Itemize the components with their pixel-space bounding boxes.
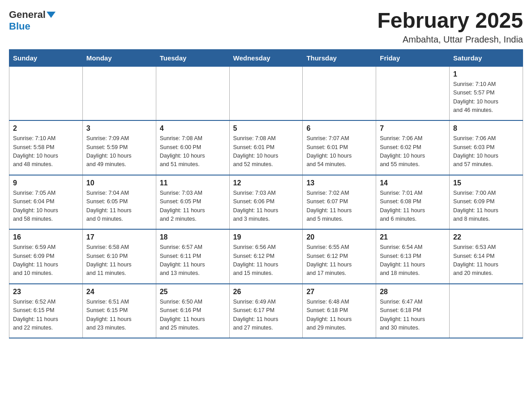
- calendar-cell: 27Sunrise: 6:48 AM Sunset: 6:18 PM Dayli…: [303, 284, 376, 338]
- calendar-header-row: SundayMondayTuesdayWednesdayThursdayFrid…: [9, 49, 523, 66]
- page-header: General Blue February 2025 Ambahta, Utta…: [9, 9, 523, 45]
- day-number: 6: [306, 124, 372, 133]
- day-info: Sunrise: 6:51 AM Sunset: 6:15 PM Dayligh…: [86, 298, 152, 333]
- day-info: Sunrise: 7:03 AM Sunset: 6:05 PM Dayligh…: [160, 189, 226, 224]
- day-number: 26: [233, 288, 299, 296]
- day-number: 24: [86, 288, 152, 296]
- day-number: 21: [380, 233, 446, 241]
- weekday-header-friday: Friday: [376, 49, 450, 66]
- day-number: 7: [380, 124, 446, 133]
- day-info: Sunrise: 6:59 AM Sunset: 6:09 PM Dayligh…: [13, 243, 79, 278]
- day-number: 9: [13, 179, 79, 187]
- calendar-cell: [376, 66, 450, 120]
- calendar-cell: 16Sunrise: 6:59 AM Sunset: 6:09 PM Dayli…: [9, 229, 83, 284]
- day-info: Sunrise: 6:57 AM Sunset: 6:11 PM Dayligh…: [160, 243, 226, 278]
- day-number: 17: [86, 233, 152, 241]
- day-number: 4: [160, 124, 226, 133]
- calendar-cell: 19Sunrise: 6:56 AM Sunset: 6:12 PM Dayli…: [229, 229, 303, 284]
- calendar-cell: 13Sunrise: 7:02 AM Sunset: 6:07 PM Dayli…: [303, 175, 376, 230]
- day-info: Sunrise: 7:09 AM Sunset: 5:59 PM Dayligh…: [86, 134, 152, 169]
- calendar-cell: 22Sunrise: 6:53 AM Sunset: 6:14 PM Dayli…: [450, 229, 523, 284]
- day-info: Sunrise: 7:02 AM Sunset: 6:07 PM Dayligh…: [306, 189, 372, 224]
- calendar-cell: 26Sunrise: 6:49 AM Sunset: 6:17 PM Dayli…: [229, 284, 303, 338]
- month-title: February 2025: [377, 9, 523, 33]
- calendar-cell: 20Sunrise: 6:55 AM Sunset: 6:12 PM Dayli…: [303, 229, 376, 284]
- day-number: 28: [380, 288, 446, 296]
- calendar-cell: 18Sunrise: 6:57 AM Sunset: 6:11 PM Dayli…: [156, 229, 229, 284]
- day-info: Sunrise: 6:54 AM Sunset: 6:13 PM Dayligh…: [380, 243, 446, 278]
- day-info: Sunrise: 7:03 AM Sunset: 6:06 PM Dayligh…: [233, 189, 299, 224]
- calendar-cell: [229, 66, 303, 120]
- day-info: Sunrise: 6:50 AM Sunset: 6:16 PM Dayligh…: [160, 298, 226, 333]
- day-info: Sunrise: 7:01 AM Sunset: 6:08 PM Dayligh…: [380, 189, 446, 224]
- calendar-cell: 7Sunrise: 7:06 AM Sunset: 6:02 PM Daylig…: [376, 120, 450, 175]
- day-number: 2: [13, 124, 79, 133]
- calendar-cell: [156, 66, 229, 120]
- weekday-header-wednesday: Wednesday: [229, 49, 303, 66]
- title-block: February 2025 Ambahta, Uttar Pradesh, In…: [377, 9, 523, 45]
- day-info: Sunrise: 7:08 AM Sunset: 6:00 PM Dayligh…: [160, 134, 226, 169]
- weekday-header-thursday: Thursday: [303, 49, 376, 66]
- day-number: 13: [306, 179, 372, 187]
- day-info: Sunrise: 7:05 AM Sunset: 6:04 PM Dayligh…: [13, 189, 79, 224]
- calendar-week-row: 23Sunrise: 6:52 AM Sunset: 6:15 PM Dayli…: [9, 284, 523, 338]
- day-info: Sunrise: 6:47 AM Sunset: 6:18 PM Dayligh…: [380, 298, 446, 333]
- day-info: Sunrise: 6:52 AM Sunset: 6:15 PM Dayligh…: [13, 298, 79, 333]
- calendar-cell: 8Sunrise: 7:06 AM Sunset: 6:03 PM Daylig…: [450, 120, 523, 175]
- day-number: 10: [86, 179, 152, 187]
- day-info: Sunrise: 7:06 AM Sunset: 6:02 PM Dayligh…: [380, 134, 446, 169]
- day-info: Sunrise: 7:04 AM Sunset: 6:05 PM Dayligh…: [86, 189, 152, 224]
- calendar-cell: 1Sunrise: 7:10 AM Sunset: 5:57 PM Daylig…: [450, 66, 523, 120]
- calendar-cell: 25Sunrise: 6:50 AM Sunset: 6:16 PM Dayli…: [156, 284, 229, 338]
- calendar-cell: 5Sunrise: 7:08 AM Sunset: 6:01 PM Daylig…: [229, 120, 303, 175]
- day-info: Sunrise: 7:07 AM Sunset: 6:01 PM Dayligh…: [306, 134, 372, 169]
- day-info: Sunrise: 6:56 AM Sunset: 6:12 PM Dayligh…: [233, 243, 299, 278]
- weekday-header-tuesday: Tuesday: [156, 49, 229, 66]
- calendar-cell: 3Sunrise: 7:09 AM Sunset: 5:59 PM Daylig…: [82, 120, 156, 175]
- day-info: Sunrise: 7:08 AM Sunset: 6:01 PM Dayligh…: [233, 134, 299, 169]
- logo: General Blue: [9, 9, 56, 32]
- weekday-header-saturday: Saturday: [450, 49, 523, 66]
- day-info: Sunrise: 6:49 AM Sunset: 6:17 PM Dayligh…: [233, 298, 299, 333]
- calendar-cell: [9, 66, 83, 120]
- weekday-header-sunday: Sunday: [9, 49, 83, 66]
- location-title: Ambahta, Uttar Pradesh, India: [377, 34, 523, 45]
- day-info: Sunrise: 7:06 AM Sunset: 6:03 PM Dayligh…: [453, 134, 519, 169]
- day-number: 18: [160, 233, 226, 241]
- weekday-header-monday: Monday: [82, 49, 156, 66]
- calendar-week-row: 9Sunrise: 7:05 AM Sunset: 6:04 PM Daylig…: [9, 175, 523, 230]
- day-info: Sunrise: 6:55 AM Sunset: 6:12 PM Dayligh…: [306, 243, 372, 278]
- calendar-cell: 4Sunrise: 7:08 AM Sunset: 6:00 PM Daylig…: [156, 120, 229, 175]
- day-number: 14: [380, 179, 446, 187]
- calendar-cell: 21Sunrise: 6:54 AM Sunset: 6:13 PM Dayli…: [376, 229, 450, 284]
- calendar-cell: 23Sunrise: 6:52 AM Sunset: 6:15 PM Dayli…: [9, 284, 83, 338]
- day-number: 12: [233, 179, 299, 187]
- calendar-cell: 2Sunrise: 7:10 AM Sunset: 5:58 PM Daylig…: [9, 120, 83, 175]
- calendar-cell: 28Sunrise: 6:47 AM Sunset: 6:18 PM Dayli…: [376, 284, 450, 338]
- day-number: 5: [233, 124, 299, 133]
- calendar-cell: 24Sunrise: 6:51 AM Sunset: 6:15 PM Dayli…: [82, 284, 156, 338]
- calendar-cell: 9Sunrise: 7:05 AM Sunset: 6:04 PM Daylig…: [9, 175, 83, 230]
- day-number: 3: [86, 124, 152, 133]
- calendar-week-row: 2Sunrise: 7:10 AM Sunset: 5:58 PM Daylig…: [9, 120, 523, 175]
- day-number: 19: [233, 233, 299, 241]
- calendar-cell: 14Sunrise: 7:01 AM Sunset: 6:08 PM Dayli…: [376, 175, 450, 230]
- calendar-week-row: 16Sunrise: 6:59 AM Sunset: 6:09 PM Dayli…: [9, 229, 523, 284]
- day-info: Sunrise: 7:10 AM Sunset: 5:57 PM Dayligh…: [453, 80, 519, 115]
- day-number: 22: [453, 233, 519, 241]
- day-info: Sunrise: 6:58 AM Sunset: 6:10 PM Dayligh…: [86, 243, 152, 278]
- logo-blue-text: Blue: [9, 21, 30, 32]
- calendar-week-row: 1Sunrise: 7:10 AM Sunset: 5:57 PM Daylig…: [9, 66, 523, 120]
- day-info: Sunrise: 6:53 AM Sunset: 6:14 PM Dayligh…: [453, 243, 519, 278]
- calendar-cell: 10Sunrise: 7:04 AM Sunset: 6:05 PM Dayli…: [82, 175, 156, 230]
- calendar-cell: 15Sunrise: 7:00 AM Sunset: 6:09 PM Dayli…: [450, 175, 523, 230]
- day-info: Sunrise: 6:48 AM Sunset: 6:18 PM Dayligh…: [306, 298, 372, 333]
- day-number: 1: [453, 70, 519, 78]
- day-number: 16: [13, 233, 79, 241]
- day-info: Sunrise: 7:10 AM Sunset: 5:58 PM Dayligh…: [13, 134, 79, 169]
- day-number: 25: [160, 288, 226, 296]
- calendar-cell: 12Sunrise: 7:03 AM Sunset: 6:06 PM Dayli…: [229, 175, 303, 230]
- day-number: 27: [306, 288, 372, 296]
- day-number: 23: [13, 288, 79, 296]
- logo-general-text: General: [9, 9, 46, 21]
